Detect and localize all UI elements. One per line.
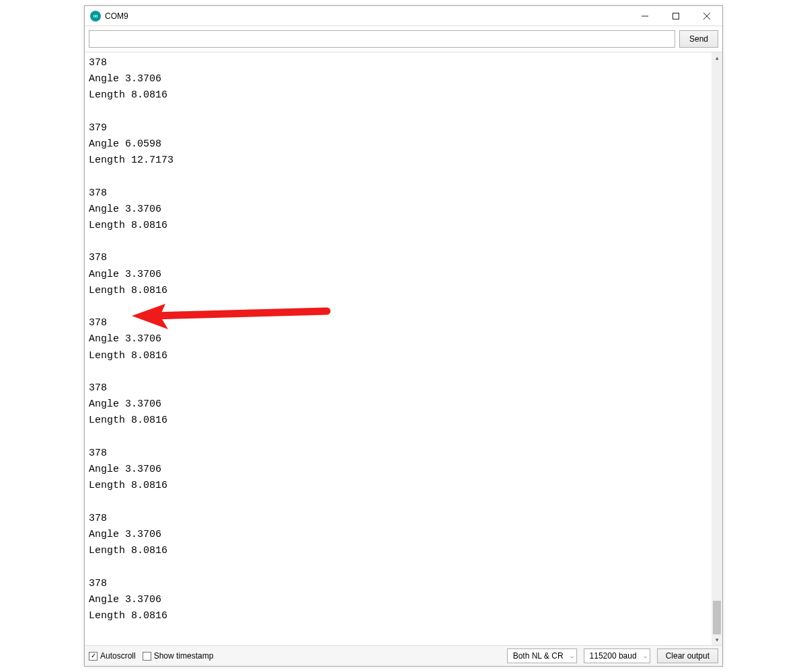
line-ending-select[interactable]: Both NL & CR ⌵	[507, 648, 577, 663]
titlebar[interactable]: COM9	[85, 6, 722, 26]
toolbar: Send	[85, 26, 722, 52]
serial-output: 378 Angle 3.3706 Length 8.0816 379 Angle…	[85, 52, 712, 645]
minimize-button[interactable]	[629, 6, 660, 26]
maximize-button[interactable]	[660, 6, 691, 26]
scroll-down-icon[interactable]: ▾	[712, 634, 722, 645]
scroll-up-icon[interactable]: ▴	[712, 52, 722, 63]
send-button[interactable]: Send	[679, 30, 718, 48]
command-input[interactable]	[89, 31, 675, 47]
line-ending-value: Both NL & CR	[513, 651, 564, 661]
autoscroll-label: Autoscroll	[100, 651, 136, 661]
timestamp-checkbox[interactable]: Show timestamp	[143, 651, 214, 661]
baud-select[interactable]: 115200 baud ⌵	[584, 648, 650, 663]
svg-rect-1	[673, 13, 679, 19]
chevron-down-icon: ⌵	[570, 653, 574, 659]
content-area: 378 Angle 3.3706 Length 8.0816 379 Angle…	[85, 52, 722, 646]
scroll-thumb[interactable]	[713, 601, 721, 634]
clear-output-button[interactable]: Clear output	[657, 648, 718, 663]
command-input-wrap	[89, 30, 675, 48]
svg-line-2	[703, 13, 710, 19]
autoscroll-checkbox[interactable]: ✓ Autoscroll	[89, 651, 136, 661]
window-title: COM9	[105, 11, 128, 21]
checkbox-icon	[143, 652, 151, 661]
timestamp-label: Show timestamp	[154, 651, 214, 661]
vertical-scrollbar[interactable]: ▴ ▾	[712, 52, 722, 645]
serial-monitor-window: COM9 Send 378 Angle 3.3706 Length 8.0816…	[84, 5, 723, 667]
close-button[interactable]	[691, 6, 722, 26]
svg-line-3	[703, 13, 710, 19]
footer: ✓ Autoscroll Show timestamp Both NL & CR…	[85, 646, 722, 666]
checkbox-icon: ✓	[89, 652, 98, 661]
baud-value: 115200 baud	[590, 651, 637, 661]
arduino-app-icon	[90, 11, 101, 22]
chevron-down-icon: ⌵	[644, 653, 647, 659]
